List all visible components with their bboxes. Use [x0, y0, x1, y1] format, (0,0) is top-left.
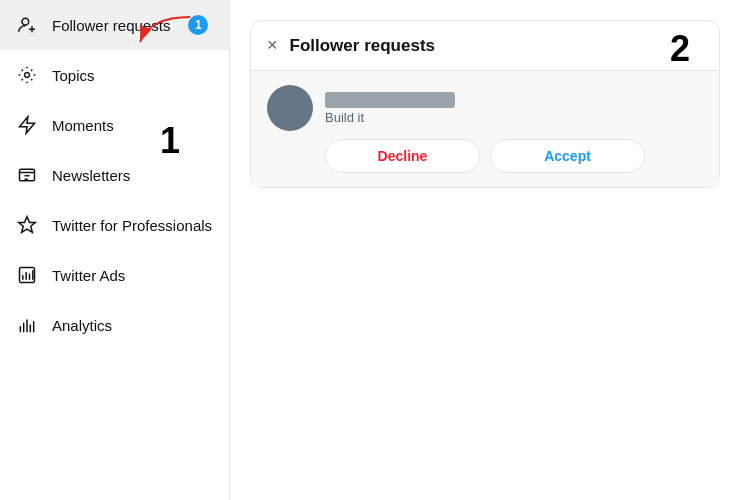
- annotation-arrow: [130, 12, 200, 52]
- sidebar-item-twitter-for-professionals[interactable]: Twitter for Professionals: [0, 200, 229, 250]
- follower-requests-icon: [16, 14, 38, 36]
- follower-info: Build it: [267, 85, 703, 131]
- decline-button[interactable]: Decline: [325, 139, 480, 173]
- sidebar-label-analytics: Analytics: [52, 317, 112, 334]
- panel-header: × Follower requests: [251, 21, 719, 71]
- follower-username: Build it: [325, 110, 455, 125]
- svg-point-0: [22, 18, 29, 25]
- topics-icon: [16, 64, 38, 86]
- annotation-1: 1: [160, 120, 180, 162]
- panel-title: Follower requests: [290, 36, 435, 56]
- newsletters-icon: [16, 164, 38, 186]
- sidebar: Follower requests 1 Topics: [0, 0, 230, 500]
- close-button[interactable]: ×: [267, 35, 278, 56]
- sidebar-item-moments[interactable]: Moments: [0, 100, 229, 150]
- moments-icon: [16, 114, 38, 136]
- sidebar-label-topics: Topics: [52, 67, 95, 84]
- twitter-ads-icon: [16, 264, 38, 286]
- sidebar-item-newsletters[interactable]: Newsletters: [0, 150, 229, 200]
- follower-request-item: Build it Decline Accept: [251, 71, 719, 187]
- sidebar-label-newsletters: Newsletters: [52, 167, 130, 184]
- annotation-2: 2: [670, 28, 690, 70]
- svg-marker-3: [20, 117, 35, 134]
- accept-button[interactable]: Accept: [490, 139, 645, 173]
- sidebar-label-moments: Moments: [52, 117, 114, 134]
- sidebar-label-twitter-for-professionals: Twitter for Professionals: [52, 217, 212, 234]
- follower-details: Build it: [325, 92, 455, 125]
- sidebar-item-topics[interactable]: Topics: [0, 50, 229, 100]
- sidebar-label-twitter-ads: Twitter Ads: [52, 267, 125, 284]
- follower-name-redacted: [325, 92, 455, 108]
- follower-requests-panel: × Follower requests Build it Decline Acc…: [250, 20, 720, 188]
- action-buttons: Decline Accept: [267, 139, 703, 173]
- main-content: 2 × Follower requests Build it Decline A…: [230, 0, 750, 500]
- svg-point-2: [25, 73, 30, 78]
- twitter-professionals-icon: [16, 214, 38, 236]
- analytics-icon: [16, 314, 38, 336]
- sidebar-item-follower-requests[interactable]: Follower requests 1: [0, 0, 229, 50]
- sidebar-item-analytics[interactable]: Analytics: [0, 300, 229, 350]
- avatar: [267, 85, 313, 131]
- sidebar-item-twitter-ads[interactable]: Twitter Ads: [0, 250, 229, 300]
